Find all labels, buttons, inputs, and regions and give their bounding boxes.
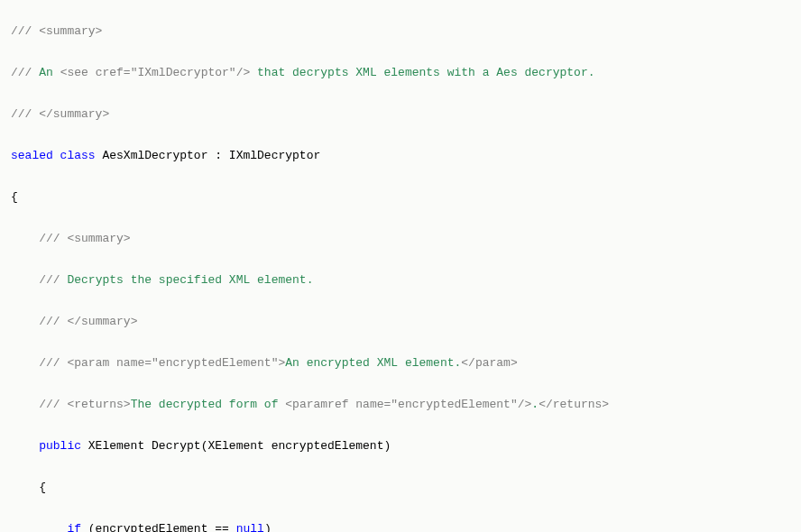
code-text: XElement Decrypt(XElement encryptedEleme… xyxy=(81,439,391,453)
xml-doc-text: An xyxy=(39,66,60,79)
xml-doc-text: . xyxy=(531,398,539,411)
xml-doc-tag: /// xyxy=(11,356,67,370)
code-line: sealed class AesXmlDecryptor : IXmlDecry… xyxy=(11,145,790,166)
xml-doc-tag: /// xyxy=(11,315,67,328)
code-line: if (encryptedElement == null) xyxy=(11,518,790,532)
code-text: ) xyxy=(264,522,272,532)
xml-doc-tag: /// <summary> xyxy=(11,24,102,38)
code-line: /// Decrypts the specified XML element. xyxy=(11,270,790,290)
code-line: /// <returns>The decrypted form of <para… xyxy=(11,394,790,415)
brace: { xyxy=(11,481,46,494)
xml-doc-tag: /// xyxy=(11,273,67,287)
code-line: { xyxy=(11,187,790,207)
keyword: public xyxy=(11,439,81,453)
xml-doc-tag: /// xyxy=(11,66,39,79)
xml-doc-tag: /// xyxy=(11,398,67,411)
code-text: AesXmlDecryptor : IXmlDecryptor xyxy=(96,149,321,162)
code-block: /// <summary> /// An <see cref="IXmlDecr… xyxy=(0,0,801,532)
xml-doc-tag: </summary> xyxy=(67,315,137,328)
xml-doc-tag: </returns> xyxy=(539,398,609,411)
xml-doc-tag: <returns> xyxy=(67,398,130,411)
xml-doc-cref: <see cref="IXmlDecryptor"/> xyxy=(60,66,251,79)
xml-doc-tag: <summary> xyxy=(67,232,130,245)
code-text: (encryptedElement == xyxy=(81,522,236,532)
xml-doc-tag: /// xyxy=(11,232,67,245)
xml-doc-text: The decrypted form of xyxy=(131,398,286,411)
xml-doc-tag: </param> xyxy=(461,356,517,370)
xml-doc-text: An encrypted XML element. xyxy=(285,356,461,370)
xml-doc-text: Decrypts the specified XML element. xyxy=(67,273,313,287)
keyword: sealed xyxy=(11,149,53,162)
code-line: /// </summary> xyxy=(11,104,790,124)
code-line: /// <summary> xyxy=(11,228,790,249)
code-line: /// </summary> xyxy=(11,311,790,332)
code-line: /// <param name="encryptedElement">An en… xyxy=(11,353,790,373)
brace: { xyxy=(11,190,18,204)
code-line: public XElement Decrypt(XElement encrypt… xyxy=(11,436,790,456)
xml-doc-text: that decrypts XML elements with a Aes de… xyxy=(250,66,594,79)
keyword: null xyxy=(236,522,264,532)
xml-doc-tag: <param name="encryptedElement"> xyxy=(67,356,285,370)
code-line: /// <summary> xyxy=(11,21,790,41)
keyword: class xyxy=(53,149,96,162)
xml-doc-tag: <paramref name="encryptedElement"/> xyxy=(285,398,531,411)
xml-doc-tag: /// </summary> xyxy=(11,107,109,121)
keyword: if xyxy=(11,522,81,532)
code-line: { xyxy=(11,477,790,498)
code-line: /// An <see cref="IXmlDecryptor"/> that … xyxy=(11,62,790,83)
